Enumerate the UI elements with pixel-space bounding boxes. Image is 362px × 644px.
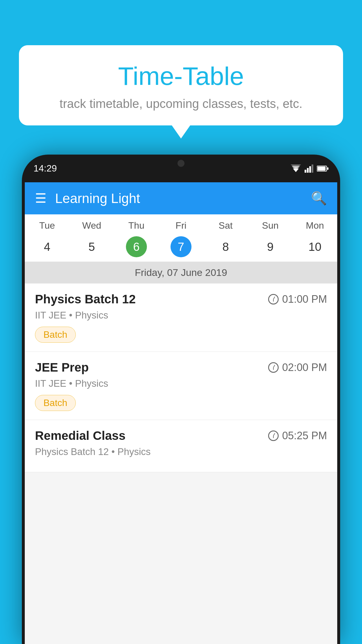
day-number[interactable]: 9 bbox=[260, 236, 281, 257]
day-number[interactable]: 5 bbox=[81, 236, 102, 257]
day-name: Mon bbox=[306, 220, 324, 231]
schedule-time: 02:00 PM bbox=[268, 361, 327, 374]
schedule-item[interactable]: JEE Prep 02:00 PM IIT JEE • Physics Batc… bbox=[25, 352, 337, 420]
schedule-item[interactable]: Physics Batch 12 01:00 PM IIT JEE • Phys… bbox=[25, 284, 337, 352]
svg-rect-4 bbox=[307, 168, 309, 173]
day-name: Fri bbox=[175, 220, 186, 231]
schedule-title: Physics Batch 12 bbox=[35, 292, 136, 306]
schedule-title: Remedial Class bbox=[35, 429, 126, 443]
phone-notch bbox=[158, 155, 204, 171]
schedule-time: 05:25 PM bbox=[268, 430, 327, 442]
calendar-day[interactable]: Wed5 bbox=[69, 214, 114, 262]
svg-rect-8 bbox=[317, 167, 326, 171]
calendar-day[interactable]: Sat8 bbox=[203, 214, 248, 262]
battery-icon bbox=[317, 165, 328, 172]
svg-rect-9 bbox=[327, 167, 328, 170]
status-time: 14:29 bbox=[34, 163, 57, 174]
schedule-meta: IIT JEE • Physics bbox=[35, 378, 327, 389]
status-bar: 14:29 bbox=[22, 155, 340, 182]
schedule-meta: Physics Batch 12 • Physics bbox=[35, 446, 327, 457]
app-screen: ☰ Learning Light 🔍 Tue4Wed5Thu6Fri7Sat8S… bbox=[25, 182, 337, 644]
day-name: Thu bbox=[128, 220, 144, 231]
time-text: 02:00 PM bbox=[282, 361, 327, 374]
phone-frame: 14:29 bbox=[22, 155, 340, 644]
time-text: 01:00 PM bbox=[282, 293, 327, 305]
svg-rect-5 bbox=[309, 166, 311, 173]
days-row: Tue4Wed5Thu6Fri7Sat8Sun9Mon10 bbox=[25, 214, 337, 262]
calendar-section: Tue4Wed5Thu6Fri7Sat8Sun9Mon10 Friday, 07… bbox=[25, 214, 337, 284]
schedule-item[interactable]: Remedial Class 05:25 PM Physics Batch 12… bbox=[25, 420, 337, 472]
calendar-day[interactable]: Fri7 bbox=[159, 214, 203, 262]
day-name: Sun bbox=[262, 220, 279, 231]
time-text: 05:25 PM bbox=[282, 430, 327, 442]
day-name: Wed bbox=[82, 220, 101, 231]
speech-bubble: Time-Table track timetable, upcoming cla… bbox=[19, 45, 343, 125]
search-icon[interactable]: 🔍 bbox=[311, 191, 327, 206]
calendar-day[interactable]: Sun9 bbox=[248, 214, 293, 262]
clock-icon bbox=[268, 294, 279, 304]
clock-icon bbox=[268, 362, 279, 373]
schedule-time: 01:00 PM bbox=[268, 293, 327, 305]
day-number[interactable]: 7 bbox=[171, 236, 191, 257]
svg-rect-6 bbox=[312, 164, 313, 173]
bubble-title: Time-Table bbox=[36, 61, 326, 91]
day-number[interactable]: 8 bbox=[215, 236, 236, 257]
menu-icon[interactable]: ☰ bbox=[35, 192, 46, 205]
camera bbox=[178, 160, 184, 167]
calendar-day[interactable]: Mon10 bbox=[293, 214, 337, 262]
status-icons bbox=[291, 164, 328, 173]
app-title: Learning Light bbox=[55, 190, 302, 206]
svg-rect-3 bbox=[305, 170, 306, 173]
schedule-title: JEE Prep bbox=[35, 360, 89, 374]
day-name: Sat bbox=[219, 220, 233, 231]
calendar-day[interactable]: Thu6 bbox=[114, 214, 159, 262]
batch-tag: Batch bbox=[35, 327, 76, 343]
selected-date-bar: Friday, 07 June 2019 bbox=[25, 262, 337, 284]
day-name: Tue bbox=[39, 220, 55, 231]
wifi-icon bbox=[291, 164, 301, 173]
signal-icon bbox=[305, 164, 313, 173]
day-number[interactable]: 10 bbox=[304, 236, 325, 257]
bubble-subtitle: track timetable, upcoming classes, tests… bbox=[36, 97, 326, 111]
clock-icon bbox=[268, 430, 279, 441]
app-bar: ☰ Learning Light 🔍 bbox=[25, 182, 337, 214]
schedule-list: Physics Batch 12 01:00 PM IIT JEE • Phys… bbox=[25, 284, 337, 472]
day-number[interactable]: 6 bbox=[126, 236, 147, 257]
batch-tag: Batch bbox=[35, 395, 76, 411]
schedule-meta: IIT JEE • Physics bbox=[35, 310, 327, 321]
calendar-day[interactable]: Tue4 bbox=[25, 214, 69, 262]
day-number[interactable]: 4 bbox=[37, 236, 58, 257]
